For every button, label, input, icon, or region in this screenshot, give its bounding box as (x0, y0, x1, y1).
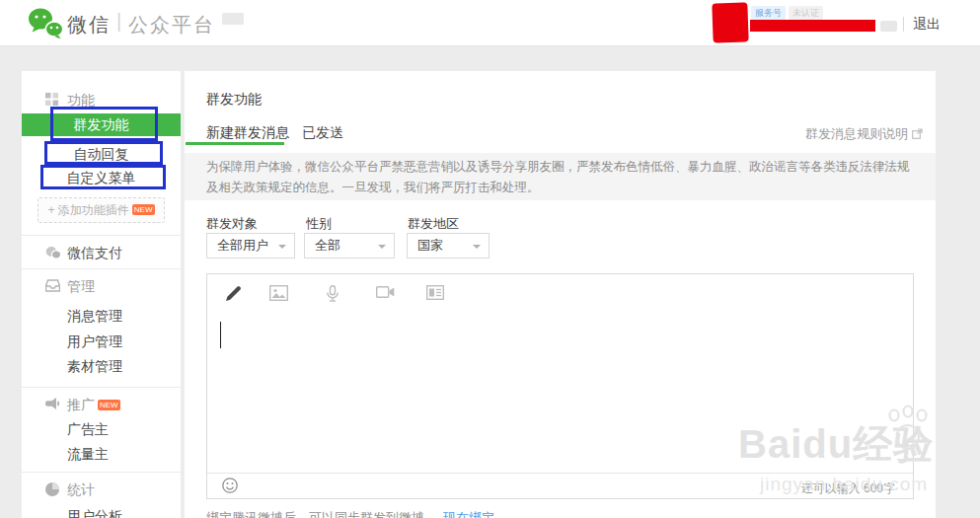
sidebar-section-features: 功能 (22, 92, 181, 108)
active-tab-underline (186, 142, 284, 145)
inbox-icon (45, 279, 60, 295)
sidebar-section-promote: 推广NEW (22, 397, 181, 412)
top-header: 微信 | 公众平台 服务号 未认证 退出 (0, 0, 980, 46)
wechat-logo-icon (28, 7, 63, 43)
main-panel: 群发功能 新建群发消息 已发送 群发消息规则说明 为保障用户体验，微信公众平台严… (185, 71, 936, 518)
sidebar-section-manage: 管理 (22, 278, 181, 294)
char-counter: 还可以输入 600字 (801, 481, 895, 497)
external-link-icon (912, 128, 923, 139)
video-camera-icon[interactable] (376, 285, 395, 303)
new-badge: NEW (132, 204, 155, 215)
section-label: 推广NEW (67, 397, 120, 414)
message-editor: 还可以输入 600字 (206, 273, 914, 499)
section-label: 管理 (67, 278, 95, 296)
sidebar-item-user-manage[interactable]: 用户管理 (67, 333, 122, 349)
voice-mic-icon[interactable] (327, 285, 339, 306)
add-plugin-button[interactable]: + 添加功能插件NEW (38, 197, 165, 223)
article-card-icon[interactable] (426, 285, 444, 304)
sidebar-item-custom-menu[interactable]: 自定义菜单 (22, 167, 181, 189)
bind-now-link[interactable]: 现在绑定 (443, 510, 494, 518)
account-name-redacted (750, 20, 875, 32)
account-avatar-redacted[interactable] (712, 2, 748, 42)
sidebar-section-stats: 统计 (22, 481, 181, 497)
text-caret (220, 322, 221, 348)
chevron-down-icon (278, 245, 286, 249)
sidebar-item-advertiser[interactable]: 广告主 (67, 421, 109, 437)
chevron-down-icon (473, 245, 481, 249)
page-title: 群发功能 (206, 91, 262, 109)
account-type-badge: 服务号 (751, 6, 786, 20)
sidebar: 功能 群发功能 自动回复 自定义菜单 + 添加功能插件NEW 微信支付 管理 消… (22, 71, 181, 518)
field-label-region: 群发地区 (408, 215, 459, 233)
sidebar-divider (22, 472, 181, 473)
region-select[interactable]: 国家 (407, 233, 490, 259)
field-label-gender: 性别 (306, 215, 332, 233)
rules-link[interactable]: 群发消息规则说明 (805, 125, 923, 143)
emoji-smiley-icon[interactable] (222, 478, 238, 497)
sidebar-item-mass-message[interactable]: 群发功能 (22, 113, 181, 136)
grid-icon (45, 93, 58, 109)
brand-badge (222, 13, 244, 25)
sidebar-divider (22, 268, 181, 269)
editor-footer-divider (207, 473, 913, 474)
account-status-badge: 未认证 (789, 6, 823, 20)
sidebar-divider (22, 387, 181, 388)
sidebar-divider (22, 235, 181, 236)
wechat-pay-label: 微信支付 (67, 245, 122, 262)
sidebar-item-message-manage[interactable]: 消息管理 (67, 308, 122, 324)
sidebar-item-user-analysis[interactable]: 用户分析 (67, 508, 122, 518)
policy-notice: 为保障用户体验，微信公众平台严禁恶意营销以及诱导分享朋友圈，严禁发布色情低俗、暴… (185, 153, 936, 200)
brand-divider: | (116, 10, 121, 33)
pie-chart-icon (45, 482, 59, 499)
wechat-mp-screen: 微信 | 公众平台 服务号 未认证 退出 功能 群发功能 自动回复 自定义菜单 … (0, 0, 980, 518)
sidebar-item-auto-reply[interactable]: 自动回复 (22, 143, 181, 166)
sidebar-item-traffic-owner[interactable]: 流量主 (67, 446, 109, 462)
section-label: 功能 (67, 92, 95, 110)
coins-icon (45, 246, 61, 262)
brand-title: 微信 (67, 12, 111, 38)
logout-button[interactable]: 退出 (913, 16, 941, 34)
weibo-bind-note: 绑定腾讯微博后，可以同步群发到微博。现在绑定 (206, 509, 494, 518)
chevron-down-icon (378, 245, 386, 249)
tab-new-mass-message[interactable]: 新建群发消息 (206, 124, 289, 142)
brand-subtitle: 公众平台 (128, 12, 215, 38)
section-label: 统计 (67, 481, 95, 499)
gender-select[interactable]: 全部 (304, 233, 395, 259)
text-pencil-icon[interactable] (225, 285, 242, 306)
audience-select[interactable]: 全部用户 (206, 233, 295, 259)
new-badge: NEW (98, 400, 120, 410)
tab-sent[interactable]: 已发送 (302, 124, 343, 142)
field-label-audience: 群发对象 (206, 215, 258, 233)
image-icon[interactable] (269, 285, 288, 305)
sidebar-item-wechat-pay[interactable]: 微信支付 (22, 245, 181, 260)
account-mini-badge (880, 21, 897, 32)
message-textarea[interactable] (207, 310, 913, 472)
add-plugin-label: + 添加功能插件 (47, 203, 128, 217)
megaphone-icon (45, 398, 60, 413)
sidebar-item-material-manage[interactable]: 素材管理 (67, 358, 122, 374)
header-separator (903, 17, 904, 32)
